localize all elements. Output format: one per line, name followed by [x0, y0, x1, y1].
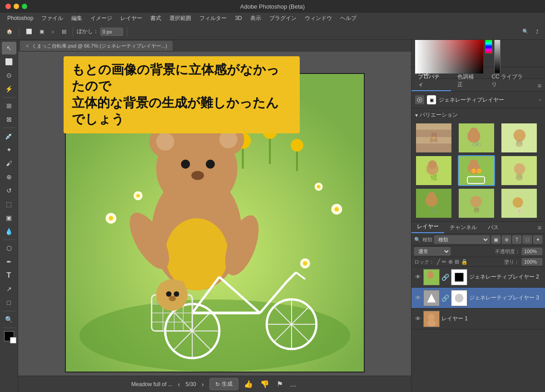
shape-tool[interactable]: □ [2, 296, 16, 309]
tab-channels[interactable]: チャンネル [444, 222, 482, 233]
filter-adj-button[interactable]: ⊕ [502, 235, 511, 244]
blend-mode-select[interactable]: 通常 [414, 247, 451, 255]
menu-file[interactable]: ファイル [38, 14, 67, 23]
document-tab[interactable]: ✕ くまっこ自転車.psd @ 66.7% (ジェネレーティブレイヤー...) [20, 41, 173, 51]
traffic-lights [5, 4, 27, 9]
lock-art-button[interactable]: ✏ [442, 259, 446, 265]
blur-tool[interactable]: 💧 [2, 225, 16, 238]
layers-panel-menu[interactable]: ≡ [534, 222, 545, 233]
history-brush-tool[interactable]: ↺ [2, 184, 16, 197]
filter-smart-button[interactable]: ✦ [533, 235, 542, 244]
prev-button[interactable]: ‹ [176, 380, 182, 389]
menu-select[interactable]: 選択範囲 [166, 14, 195, 23]
menu-3d[interactable]: 3D [231, 14, 245, 22]
filter-select[interactable]: 種類 [434, 235, 490, 244]
eyedropper-tool[interactable]: 💉 [2, 130, 16, 142]
close-button[interactable] [5, 4, 11, 9]
lasso-tool[interactable]: ⊙ [2, 69, 16, 82]
fill-input[interactable] [522, 258, 542, 265]
menu-help[interactable]: ヘルプ [337, 14, 360, 23]
generate-button[interactable]: ↻ 生成 [209, 378, 238, 390]
quick-select-tool[interactable]: ⚡ [2, 83, 16, 95]
eraser-tool[interactable]: ⬚ [2, 198, 16, 211]
dislike-button[interactable]: 👎 [258, 379, 271, 389]
canvas-viewport[interactable]: もとの画像の背景に立体感がなかったので 立体的な背景の生成が難しかったんでしょう [18, 52, 411, 376]
lock-move-button[interactable]: ⊕ [448, 259, 453, 265]
foreground-color[interactable] [2, 330, 16, 343]
layer-row-1[interactable]: 👁 レイヤー 1 [411, 309, 545, 329]
menu-layer[interactable]: レイヤー [117, 14, 146, 23]
color-spectrum[interactable] [485, 40, 492, 54]
variation-thumb-5[interactable]: 🌼🌼 [458, 155, 495, 186]
variation-thumb-7[interactable]: 🚲 [415, 188, 452, 219]
gen-layer-expand-icon[interactable]: − [538, 97, 541, 103]
maximize-button[interactable] [22, 4, 27, 9]
layer-row-gen3[interactable]: 👁 🔗 ジェネレーティブレイヤー 3 [411, 288, 545, 309]
layer-row-gen2[interactable]: 👁 🔗 ジェネ [411, 267, 545, 288]
variation-thumb-3[interactable]: 🐻 [500, 122, 538, 153]
tab-paths[interactable]: パス [482, 222, 504, 233]
crop-tool[interactable]: ⊞ [2, 99, 16, 112]
menu-view[interactable]: 表示 [247, 14, 265, 23]
clone-tool[interactable]: ⊕ [2, 171, 16, 183]
marquee-rect-button[interactable]: ⬜ [23, 28, 35, 35]
opacity-input[interactable] [522, 248, 542, 255]
toolbar-share-button[interactable]: ⤴ [533, 28, 541, 35]
layer-visibility-gen2[interactable]: 👁 [414, 274, 421, 280]
zoom-tool[interactable]: 🔍 [2, 313, 16, 326]
properties-panel-menu[interactable]: ≡ [534, 80, 545, 91]
lock-artboard-button[interactable]: ⊞ [455, 259, 459, 265]
marquee-circle-button[interactable]: ○ [49, 28, 57, 35]
menu-plugin[interactable]: プラグイン [266, 14, 300, 23]
marquee-col-button[interactable]: ▤ [59, 28, 69, 35]
blur-input[interactable] [100, 28, 123, 36]
home-tool-button[interactable]: 🏠 [4, 28, 15, 35]
minimize-button[interactable] [14, 4, 19, 9]
more-button[interactable]: ... [288, 379, 298, 389]
gradient-tool[interactable]: ▣ [2, 211, 16, 224]
move-tool[interactable]: ↖ [2, 42, 16, 54]
menu-window[interactable]: ウィンドウ [301, 14, 336, 23]
layer-visibility-gen3[interactable]: 👁 [414, 294, 421, 301]
healing-tool[interactable]: ✦ [2, 143, 16, 156]
tab-layers[interactable]: レイヤー [411, 221, 444, 233]
filter-pixel-button[interactable]: ▣ [491, 235, 500, 244]
variation-thumb-6[interactable]: 🐻 [500, 155, 538, 186]
path-select-tool[interactable]: ↗ [2, 283, 16, 295]
variation-thumb-8[interactable]: 🐻 [458, 188, 495, 219]
layer-thumbnail-gen2 [423, 269, 440, 285]
filter-shape-button[interactable]: □ [523, 235, 532, 244]
svg-point-3 [109, 216, 113, 220]
menu-filter[interactable]: フィルター [196, 14, 230, 23]
menu-edit[interactable]: 編集 [68, 14, 86, 23]
frame-tool[interactable]: ⊠ [2, 113, 16, 126]
variation-thumb-2[interactable]: 🚲 [458, 122, 495, 153]
flag-button[interactable]: ⚑ [275, 379, 285, 389]
variations-chevron-icon[interactable]: ▾ [415, 112, 418, 118]
type-tool[interactable]: T [2, 269, 16, 282]
layer-mask-gen2 [451, 269, 467, 285]
tab-close-button[interactable]: ✕ [25, 44, 29, 49]
toolbar-separator-3 [127, 27, 127, 36]
tab-adjustments[interactable]: 色調補正 [451, 71, 485, 91]
variation-thumb-9[interactable]: 🌸 [500, 188, 538, 219]
menu-photoshop[interactable]: Photoshop [4, 14, 37, 22]
lock-all-button[interactable]: 🔒 [461, 259, 468, 265]
filter-type-button[interactable]: T [512, 235, 521, 244]
tab-cc-libraries[interactable]: CC ライブラリ [485, 71, 534, 91]
dodge-tool[interactable]: ⬡ [2, 242, 16, 255]
next-button[interactable]: › [200, 380, 206, 389]
tab-properties[interactable]: プロパティ [411, 71, 451, 91]
brush-tool[interactable]: 🖌 [2, 157, 16, 170]
menu-format[interactable]: 書式 [147, 14, 165, 23]
variation-thumb-1[interactable]: 🧸 [415, 122, 452, 153]
toolbar-search-button[interactable]: 🔍 [520, 28, 531, 35]
variation-thumb-4[interactable]: 🌿 [415, 155, 452, 186]
lock-pixels-button[interactable]: ╱ [437, 259, 440, 265]
pen-tool[interactable]: ✒ [2, 255, 16, 268]
like-button[interactable]: 👍 [242, 379, 255, 389]
marquee-tool[interactable]: ⬜ [2, 55, 16, 68]
marquee-button[interactable]: ▣ [37, 28, 47, 35]
menu-image[interactable]: イメージ [87, 14, 116, 23]
layer-visibility-1[interactable]: 👁 [414, 315, 421, 322]
